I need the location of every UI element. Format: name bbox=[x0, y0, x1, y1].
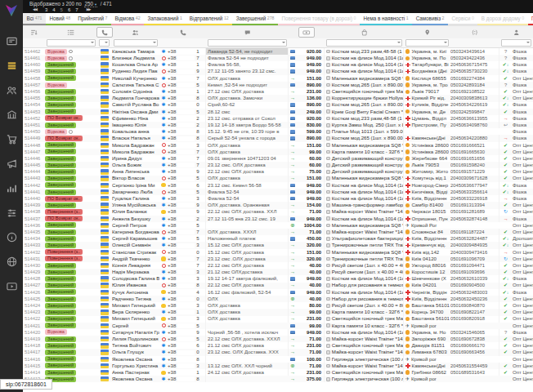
table-row[interactable]: 514437 ПО Возврат ок.. Анжела Безушку +3… bbox=[23, 216, 533, 222]
tab-Нема в наявності[interactable]: Нема в наявності1 bbox=[360, 13, 412, 25]
tab-Відправлений[interactable]: Відправлений12 bbox=[186, 13, 232, 25]
tab-Відмова[interactable]: Відмова42 bbox=[111, 13, 144, 25]
column-comment-icon[interactable] bbox=[206, 29, 289, 37]
table-row[interactable]: 514454 Завершений Самотій Руслана Во +38… bbox=[23, 102, 533, 109]
table-row[interactable]: 514452 ПО Возврат ок.. Єфименко Ніна +38… bbox=[23, 115, 533, 122]
table-row[interactable]: 514427 Завершений Юлия Иванова +388 22.1… bbox=[23, 283, 533, 289]
table-row[interactable]: 514450 Відмова Ковальова анна +388 15.12… bbox=[23, 128, 533, 135]
tab-Повернення товару (в дорозі)[interactable]: Повернення товару (в дорозі)0 bbox=[278, 13, 360, 25]
tab-Сервіси[interactable]: Сервіси0 bbox=[448, 13, 477, 25]
table-row[interactable]: 514419 Завершений Лилия Подолинская +385… bbox=[23, 336, 533, 342]
table-row[interactable]: 514451 Завершений Іващенко Юлія +382 19.… bbox=[23, 122, 533, 128]
column-delivery-icon[interactable] bbox=[404, 29, 450, 37]
table-row[interactable]: 514417 Завершений Ольга Глущук +380 23.1… bbox=[23, 349, 533, 355]
table-row[interactable]: 514413 Завершений Яковлева Оксана +388 3… bbox=[23, 376, 533, 382]
table-row[interactable]: 514426 Завершений Кучук Антонина +384 16… bbox=[23, 289, 533, 296]
table-row[interactable]: 514414 Завершений Анна Пастернак +381 24… bbox=[23, 369, 533, 376]
table-row[interactable]: 514421 Завершений Сергей +385 99.00 Карт… bbox=[23, 323, 533, 329]
table-row[interactable]: 514456 Завершений Соломія Сідоніна +381 … bbox=[23, 88, 533, 95]
column-manager-icon[interactable] bbox=[499, 29, 533, 37]
warehouse-icon[interactable] bbox=[6, 109, 18, 121]
table-row[interactable]: 514416 Завершений Яковлева Оксана +388 1… bbox=[23, 356, 533, 363]
table-row[interactable]: 514442 Завершений Сергієнко Іріна Ми +38… bbox=[23, 182, 533, 189]
table-row[interactable]: 514444 Завершений Анна Липенська +389 22… bbox=[23, 168, 533, 175]
table-row[interactable]: 514447 Завершений Микола Бадражан +387 О… bbox=[23, 149, 533, 155]
page-4[interactable]: 4 bbox=[52, 7, 55, 12]
column-status-icon[interactable] bbox=[45, 29, 97, 37]
table-row[interactable]: 514460 Завершений Кошелєва Ольга Ар +381… bbox=[23, 61, 533, 68]
tab-Всі[interactable]: Всі471 bbox=[23, 13, 46, 25]
column-call-icon[interactable] bbox=[97, 27, 112, 38]
table-row[interactable]: 514423 Завершений Вера Скляренко +381 ОЛ… bbox=[23, 309, 533, 315]
table-row[interactable]: 514455 Завершений Людмила Гончарова +388… bbox=[23, 95, 533, 101]
reports-icon[interactable] bbox=[6, 182, 18, 194]
info-icon[interactable] bbox=[6, 231, 18, 243]
table-row[interactable]: 514453 Завершений Нікітіна Оксана Дми +3… bbox=[23, 109, 533, 115]
table-row[interactable]: 514422 Завершений Михаил Гилецький +383 … bbox=[23, 316, 533, 323]
table-row[interactable]: 514461 Відмова Близнюк Людмила +387 Фиал… bbox=[23, 55, 533, 61]
app-logo[interactable] bbox=[3, 2, 20, 19]
table-row[interactable]: 514436 Завершений Сергей Петров +385 100… bbox=[23, 222, 533, 229]
table-row[interactable]: 514435 Завершений Катерина Богданова +38… bbox=[23, 229, 533, 235]
tab-Самовивіз[interactable]: Самовивіз2 bbox=[412, 13, 448, 25]
column-tracking-icon[interactable] bbox=[450, 29, 499, 37]
table-row[interactable]: 514434 Завершений Сергей Карамышев +385 … bbox=[23, 235, 533, 242]
table-row[interactable]: 514439 Завершений Уляна Мусійовська +389… bbox=[23, 202, 533, 208]
page-6[interactable]: 6 bbox=[68, 7, 70, 12]
tab-Запакований[interactable]: Запакований1 bbox=[144, 13, 186, 25]
table-row[interactable]: 514462 Відмова Канєвська Тамара +381 Лав… bbox=[23, 48, 533, 55]
page-3[interactable]: 3 bbox=[45, 7, 47, 12]
orders-icon[interactable] bbox=[6, 60, 18, 72]
clients-icon[interactable] bbox=[6, 84, 18, 96]
filter-client-dropdown[interactable] bbox=[114, 39, 158, 47]
column-phone-icon[interactable] bbox=[159, 29, 206, 37]
table-row[interactable]: 514446 Завершений Ирина Дидух +387 09.01… bbox=[23, 155, 533, 162]
table-row[interactable]: 514430 Завершений Ксенія Левадняя +387 2… bbox=[23, 262, 533, 269]
table-row[interactable]: 514429 Завершений Надія Мерзаєва +383 21… bbox=[23, 269, 533, 275]
cart-icon[interactable] bbox=[6, 133, 18, 145]
table-row[interactable]: 514441 Завершений Захарченко Люба +385 Ф… bbox=[23, 189, 533, 195]
table-row[interactable]: 514459 Завершений Руденко Лидия Пав +389… bbox=[23, 69, 533, 75]
table-row[interactable]: 514448 Завершений Микола Бадражан +383 О… bbox=[23, 142, 533, 149]
table-row[interactable]: 514418 Завершений Тетяна Войтович +386 2… bbox=[23, 342, 533, 349]
table-row[interactable]: 514449 ПО Возврат ок.. Власюк Наталья +3… bbox=[23, 135, 533, 141]
tab-В дорозі додому[interactable]: В дорозі додому0 bbox=[477, 13, 527, 25]
video-icon[interactable] bbox=[6, 280, 18, 292]
page-7[interactable]: 7 bbox=[75, 7, 78, 12]
column-product-icon[interactable] bbox=[325, 29, 404, 37]
table-row[interactable]: 514431 Повернення (з.. Андрій Ткаченко +… bbox=[23, 256, 533, 262]
table-row[interactable]: 514425 Завершений Радченко Тетяна +380 О… bbox=[23, 296, 533, 302]
tab-Пов[interactable]: Пов bbox=[528, 13, 533, 25]
dashboard-icon[interactable] bbox=[6, 35, 18, 47]
filter-call-dropdown[interactable] bbox=[99, 39, 110, 47]
filter-comment-dropdown[interactable] bbox=[208, 39, 287, 47]
table-row[interactable]: 514445 Завершений Ольга Божик +387 23.12… bbox=[23, 162, 533, 168]
table-row[interactable]: 514428 Завершений Солодкова Галина В +38… bbox=[23, 275, 533, 282]
tab-Прийнятий[interactable]: Прийнятий7 bbox=[74, 13, 111, 25]
table-row[interactable]: 514415 Завершений Горгулько Христина +38… bbox=[23, 363, 533, 369]
filter-product-dropdown[interactable] bbox=[326, 39, 402, 47]
table-row[interactable]: 514438 Повернення (з.. Юлия Баланюк +389… bbox=[23, 209, 533, 216]
last-page-icon[interactable]: ▶▶ bbox=[87, 7, 91, 13]
table-row[interactable]: 514458 Завершений Николай Кучеренко +387… bbox=[23, 75, 533, 82]
settings-icon[interactable] bbox=[6, 207, 18, 219]
table-row[interactable]: 514443 Завершений Віктор Власов +385 ОЛХ… bbox=[23, 176, 533, 182]
table-row[interactable]: 514424 Завершений Михаил Гилецький +383 … bbox=[23, 302, 533, 309]
first-page-icon[interactable]: ◀◀ bbox=[33, 7, 37, 13]
table-row[interactable]: 514420 Відмова Ситарчук Наталія Гр +389 … bbox=[23, 329, 533, 336]
filter-status-dropdown[interactable] bbox=[47, 39, 96, 47]
column-client-icon[interactable] bbox=[112, 29, 159, 37]
tab-Новий[interactable]: Новий48 bbox=[46, 13, 74, 25]
filter-manager-dropdown[interactable] bbox=[501, 39, 531, 47]
table-row[interactable]: 514433 Завершений Олексій Семанін +383 1… bbox=[23, 242, 533, 248]
filter-delivery-dropdown[interactable] bbox=[405, 39, 449, 47]
column-payment-icon[interactable] bbox=[289, 27, 325, 38]
table-row[interactable]: 514440 ПО Возврат ок.. Гуцалюк Галина +3… bbox=[23, 195, 533, 202]
column-rows-icon[interactable] bbox=[23, 29, 45, 37]
globe-icon[interactable] bbox=[6, 256, 18, 268]
page-5[interactable]: 5 bbox=[60, 7, 63, 12]
marketing-icon[interactable] bbox=[6, 158, 18, 170]
tab-Завершений[interactable]: Завершений278 bbox=[232, 13, 278, 25]
table-row[interactable]: 514457 Відмова Салєгина Татьяна С +385 К… bbox=[23, 82, 533, 88]
table-row[interactable]: 514432 Повернення (з.. Станіслав Стрижак… bbox=[23, 249, 533, 256]
